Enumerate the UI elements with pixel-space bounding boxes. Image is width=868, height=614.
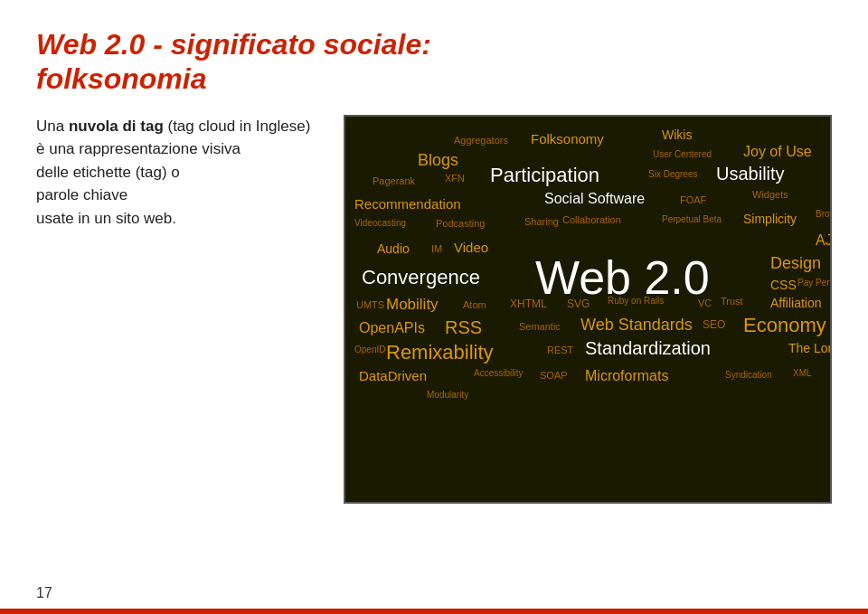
tag-item: SVG [567, 298, 590, 310]
tag-item: Affiliation [770, 296, 822, 310]
tag-cloud: AggregatorsFolksonomyWikisBlogsUser Cent… [344, 115, 832, 504]
tag-item: Web Standards [580, 316, 693, 335]
tag-item: XFN [445, 173, 465, 184]
tag-item: VC [698, 298, 712, 308]
tag-item: Widgets [752, 189, 788, 200]
tag-item: Wikis [662, 128, 692, 142]
tag-item: Accessibility [474, 368, 523, 378]
tag-item: Perpetual Beta [662, 214, 722, 224]
tag-item: Videocasting [354, 218, 406, 228]
tag-item: Video [454, 240, 488, 255]
tag-item: Blogs [418, 151, 458, 170]
tag-item: Syndication [725, 370, 772, 380]
tag-item: Economy [743, 314, 826, 337]
tag-item: Microformats [585, 368, 668, 384]
tag-item: Convergence [362, 266, 480, 289]
tag-item: User Centered [653, 149, 712, 159]
tag-item: The Long Tail [788, 341, 832, 355]
tag-item: Usability [716, 164, 785, 184]
tag-item: Collaboration [562, 214, 621, 225]
tag-item: Folksonomy [531, 131, 604, 146]
tag-item: Recommendation [354, 196, 461, 212]
tag-item: Design [770, 254, 821, 273]
tag-item: SOAP [540, 370, 568, 381]
tag-item: IM [431, 243, 442, 254]
tag-item: Mobility [386, 296, 439, 314]
tag-item: OpenAPIs [359, 320, 425, 336]
bottom-bar [0, 609, 868, 614]
tag-item: Participation [490, 164, 599, 187]
tag-item: Modularity [427, 390, 468, 400]
text-block: Una nuvola di tag (tag cloud in Inglese)… [36, 115, 316, 231]
tag-item: RSS [445, 317, 482, 338]
tag-item: Ruby on Rails [608, 296, 664, 306]
tag-item: CSS [770, 278, 797, 292]
tag-item: Remixability [386, 341, 494, 364]
tag-item: Simplicity [743, 212, 797, 226]
tag-item: UMTS [356, 299, 384, 310]
tag-item: DataDriven [359, 368, 427, 383]
tag-item: Audio [377, 241, 410, 256]
bold-term: nuvola di tag [69, 118, 164, 135]
tag-item: FOAF [680, 194, 706, 205]
tag-item: Pagerank [373, 175, 415, 186]
tag-item: Semantic [519, 321, 561, 332]
page-container: Web 2.0 - significato sociale: folksonom… [0, 0, 868, 614]
slide-title: Web 2.0 - significato sociale: folksonom… [36, 27, 832, 97]
tag-item: Atom [463, 299, 486, 310]
page-number: 17 [36, 585, 52, 601]
tag-item: Joy of Use [743, 144, 812, 160]
tag-item: Standardization [585, 338, 711, 359]
content-area: Una nuvola di tag (tag cloud in Inglese)… [36, 115, 832, 504]
tag-item: Browser [816, 209, 832, 219]
tag-item: Sharing [524, 216, 559, 227]
tag-item: Trust [721, 296, 743, 307]
tag-item: REST [547, 345, 573, 355]
tag-item: Podcasting [436, 218, 485, 229]
tag-item: Social Software [544, 191, 645, 207]
intro-text: Una [36, 118, 69, 135]
tag-item: SEO [703, 318, 725, 331]
tag-item: Aggregators [454, 135, 508, 146]
tag-item: XHTML [510, 298, 547, 310]
tag-item: OpenID [354, 345, 385, 354]
tag-item: XML [793, 368, 812, 378]
tag-item: Six Degrees [648, 169, 697, 179]
tag-item: AJAX [816, 232, 832, 249]
tag-item: Pay Per Click [797, 278, 832, 288]
